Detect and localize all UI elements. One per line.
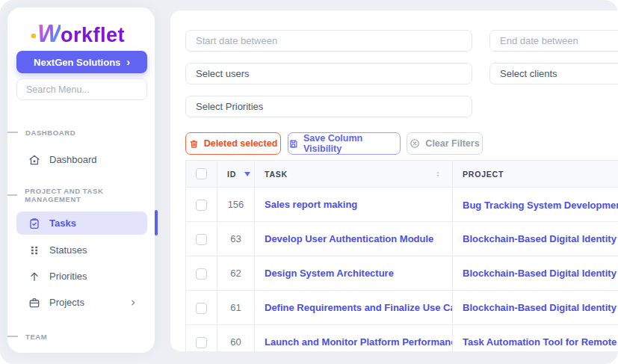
logo-letter-w: W (37, 19, 61, 47)
section-team: TEAM (7, 332, 47, 341)
sidebar-item-tasks[interactable]: Tasks (16, 212, 147, 235)
delete-selected-button[interactable]: Deleted selected (185, 132, 281, 155)
table-row: 62 Design System Architecture Blockchain… (186, 256, 618, 291)
task-id: 156 (217, 188, 255, 222)
home-icon (28, 154, 40, 166)
arrow-up-icon (28, 271, 40, 283)
select-users-dropdown[interactable]: Select users (185, 63, 472, 84)
task-link[interactable]: Launch and Monitor Platform Performance (255, 325, 453, 352)
save-column-visibility-button[interactable]: Save Column Visibility (288, 132, 401, 155)
sidebar-item-projects[interactable]: Projects (16, 291, 147, 314)
clear-filters-button[interactable]: Clear Filters (407, 132, 483, 155)
task-link[interactable]: Sales report making (255, 188, 453, 222)
app-background: Workflet NextGen Solutions › DASHBOARD D… (0, 0, 618, 364)
section-dash-icon (7, 194, 17, 196)
section-project-task-management: PROJECT AND TASK MANAGEMENT (7, 191, 155, 200)
column-header-task[interactable]: TASK (255, 161, 453, 188)
table-row: 63 Develop User Authentication Module Bl… (186, 222, 618, 256)
table-header-row: ID TASK PROJECT (186, 161, 618, 188)
task-link[interactable]: Design System Architecture (255, 256, 453, 291)
section-dash-icon (7, 132, 18, 133)
task-id: 61 (217, 291, 255, 325)
sidebar: Workflet NextGen Solutions › DASHBOARD D… (7, 7, 155, 353)
row-checkbox[interactable] (196, 337, 207, 348)
logo-yellow-dot-icon (31, 34, 36, 38)
end-date-filter-input[interactable] (489, 30, 618, 52)
task-id: 62 (217, 256, 255, 291)
trash-icon (189, 139, 199, 149)
task-id: 63 (217, 222, 255, 256)
main-panel: Select users Select clients Select Prior… (170, 10, 618, 351)
search-menu-input[interactable] (16, 78, 147, 100)
project-link[interactable]: Blockchain-Based Digital Identity System (453, 222, 618, 256)
chevron-right-icon: › (126, 56, 130, 68)
clipboard-check-icon (28, 218, 40, 229)
workspace-button[interactable]: NextGen Solutions › (16, 51, 147, 73)
logo-text: orkflet (61, 24, 125, 46)
project-link[interactable]: Bug Tracking System Development (453, 188, 618, 222)
select-all-checkbox[interactable] (196, 168, 207, 179)
row-checkbox[interactable] (196, 200, 207, 211)
row-checkbox[interactable] (196, 268, 207, 280)
table-row: 61 Define Requirements and Finalize Use … (186, 291, 618, 325)
select-clients-dropdown[interactable]: Select clients (489, 63, 618, 84)
briefcase-icon (28, 297, 40, 309)
sidebar-item-dashboard[interactable]: Dashboard (16, 148, 147, 171)
task-id: 60 (217, 325, 255, 352)
row-checkbox[interactable] (196, 303, 207, 314)
workspace-button-label: NextGen Solutions (34, 57, 120, 68)
task-link[interactable]: Define Requirements and Finalize Use Cas… (255, 291, 453, 325)
column-header-id[interactable]: ID (217, 161, 255, 188)
chevron-right-icon (129, 299, 137, 306)
sort-icon (433, 169, 442, 179)
circle-x-icon (410, 138, 420, 149)
column-header-project[interactable]: PROJECT (453, 161, 618, 188)
section-dashboard: DASHBOARD (7, 128, 75, 137)
project-link[interactable]: Task Automation Tool for Remote Teams (453, 325, 618, 352)
project-link[interactable]: Blockchain-Based Digital Identity System (453, 291, 618, 325)
sort-desc-icon (244, 172, 250, 176)
table-row: 60 Launch and Monitor Platform Performan… (186, 325, 618, 352)
start-date-filter-input[interactable] (185, 30, 472, 52)
sidebar-item-statuses[interactable]: Statuses (16, 238, 147, 262)
sidebar-item-priorities[interactable]: Priorities (16, 265, 147, 288)
row-checkbox[interactable] (196, 234, 207, 245)
section-dash-icon (7, 336, 18, 337)
workflet-logo: Workflet (7, 19, 155, 48)
dots-grid-icon (28, 244, 40, 256)
tasks-table: ID TASK PROJECT 156 Sales report making (185, 160, 618, 351)
task-link[interactable]: Develop User Authentication Module (255, 222, 453, 256)
select-priorities-dropdown[interactable]: Select Priorities (185, 96, 472, 117)
table-row: 156 Sales report making Bug Tracking Sys… (186, 188, 618, 222)
project-link[interactable]: Blockchain-Based Digital Identity System (453, 256, 618, 291)
sidebar-scrollbar-thumb[interactable] (155, 210, 158, 235)
save-icon (288, 139, 298, 149)
